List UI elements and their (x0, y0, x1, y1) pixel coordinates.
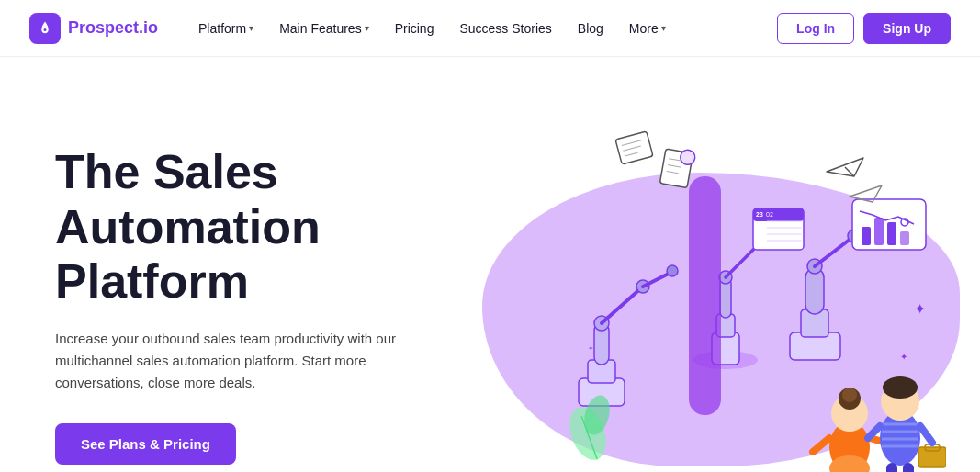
more-nav[interactable]: More ▾ (618, 14, 677, 43)
svg-text:23: 23 (756, 211, 763, 218)
svg-text:✦: ✦ (900, 352, 907, 362)
platform-nav[interactable]: Platform ▾ (187, 14, 265, 43)
svg-line-64 (868, 426, 880, 438)
main-features-nav[interactable]: Main Features ▾ (268, 14, 379, 43)
svg-line-65 (920, 426, 932, 443)
svg-line-4 (602, 287, 643, 323)
svg-text:✦: ✦ (914, 301, 926, 317)
rocket-icon (37, 20, 53, 37)
svg-text:✦: ✦ (588, 344, 594, 353)
navbar: Prospect.io Platform ▾ Main Features ▾ P… (0, 0, 980, 57)
svg-line-6 (643, 273, 670, 287)
svg-rect-32 (887, 222, 896, 245)
hero-subtitle: Increase your outbound sales team produc… (55, 328, 441, 394)
signup-button[interactable]: Sign Up (863, 13, 951, 44)
brand-name: Prospect.io (68, 18, 158, 38)
svg-rect-25 (805, 268, 824, 314)
svg-line-27 (815, 236, 854, 266)
svg-line-50 (813, 438, 829, 452)
pricing-nav[interactable]: Pricing (384, 14, 445, 43)
illustration-svg: 23 02 (496, 121, 946, 472)
svg-rect-45 (689, 176, 721, 415)
hero-illustration: 23 02 (496, 112, 946, 472)
svg-rect-31 (874, 218, 884, 245)
cta-button[interactable]: See Plans & Pricing (55, 423, 236, 465)
login-button[interactable]: Log In (777, 13, 854, 44)
more-chevron-icon: ▾ (661, 23, 666, 33)
main-features-chevron-icon: ▾ (365, 23, 369, 33)
svg-rect-30 (862, 227, 871, 245)
svg-point-7 (667, 265, 678, 276)
svg-rect-33 (900, 231, 909, 245)
nav-actions: Log In Sign Up (777, 13, 951, 44)
nav-links: Platform ▾ Main Features ▾ Pricing Succe… (187, 14, 777, 43)
platform-chevron-icon: ▾ (249, 23, 253, 33)
logo-icon (29, 13, 61, 44)
blog-nav[interactable]: Blog (567, 14, 614, 43)
svg-point-49 (842, 388, 857, 402)
hero-section: The Sales Automation Platform Increase y… (0, 57, 980, 472)
logo[interactable]: Prospect.io (29, 13, 158, 44)
success-stories-nav[interactable]: Success Stories (448, 14, 562, 43)
hero-title: The Sales Automation Platform (55, 145, 459, 309)
svg-text:02: 02 (766, 211, 773, 218)
hero-content: The Sales Automation Platform Increase y… (55, 145, 496, 465)
svg-point-61 (883, 376, 918, 399)
